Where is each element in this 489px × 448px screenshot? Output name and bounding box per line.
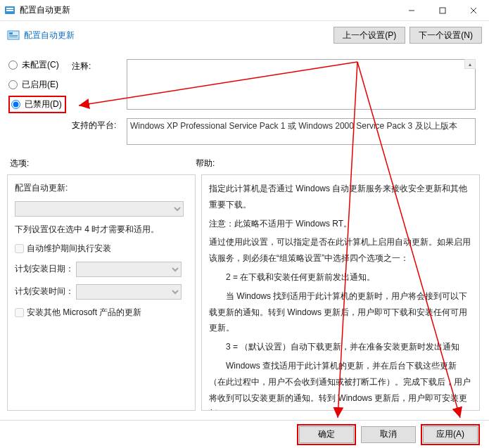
- help-p2: 注意：此策略不适用于 Windows RT。: [209, 216, 472, 232]
- maximize-button[interactable]: [427, 0, 458, 21]
- radio-enabled-input[interactable]: [8, 80, 18, 89]
- sched-time-select[interactable]: [76, 284, 182, 300]
- app-icon: [4, 5, 15, 16]
- prev-setting-button[interactable]: 上一个设置(P): [334, 27, 405, 44]
- svg-rect-8: [9, 32, 13, 34]
- options-panel: 配置自动更新: 下列设置仅在选中 4 时才需要和适用。 自动维护期间执行安装 计…: [7, 174, 196, 411]
- supported-on-text: Windows XP Professional Service Pack 1 或…: [127, 118, 476, 145]
- radio-disabled-highlight: 已禁用(D): [8, 96, 66, 113]
- radio-not-configured[interactable]: 未配置(C): [8, 56, 66, 73]
- section-labels: 选项: 帮助:: [10, 158, 478, 169]
- svg-rect-1: [6, 8, 13, 9]
- ok-button[interactable]: 确定: [299, 426, 354, 443]
- svg-rect-2: [6, 10, 13, 11]
- cb-maintenance[interactable]: 自动维护期间执行安装: [15, 243, 111, 253]
- configure-au-label: 配置自动更新:: [15, 182, 188, 194]
- supported-on-label: 支持的平台:: [72, 120, 121, 132]
- radio-enabled[interactable]: 已启用(E): [8, 76, 66, 93]
- help-p1: 指定此计算机是否通过 Windows 自动更新服务来接收安全更新和其他重要下载。: [209, 181, 472, 213]
- sched-day-select[interactable]: [76, 262, 182, 277]
- radio-disabled-label: 已禁用(D): [25, 98, 62, 110]
- help-p7: Windows 查找适用于此计算机的更新，并在后台下载这些更新（在此过程中，用户…: [209, 358, 472, 411]
- next-setting-button[interactable]: 下一个设置(N): [409, 27, 482, 44]
- page-title: 配置自动更新: [24, 30, 75, 41]
- title-bar: 配置自动更新: [0, 0, 489, 21]
- svg-rect-4: [440, 8, 445, 13]
- help-p5: 当 Windows 找到适用于此计算机的更新时，用户将会接到可以下载更新的通知。…: [209, 288, 472, 336]
- radio-disabled-input[interactable]: [11, 100, 20, 109]
- radio-enabled-label: 已启用(E): [22, 79, 58, 91]
- help-panel: 指定此计算机是否通过 Windows 自动更新服务来接收安全更新和其他重要下载。…: [201, 174, 480, 411]
- header: 配置自动更新 上一个设置(P) 下一个设置(N): [0, 21, 489, 53]
- options-note: 下列设置仅在选中 4 时才需要和适用。: [15, 224, 188, 236]
- help-heading: 帮助:: [196, 158, 215, 169]
- comment-scroll-up[interactable]: ▴: [464, 59, 476, 69]
- cancel-button[interactable]: 取消: [361, 426, 416, 443]
- cb-maintenance-label: 自动维护期间执行安装: [27, 243, 111, 253]
- comment-label: 注释:: [72, 60, 121, 72]
- radio-disabled[interactable]: 已禁用(D): [11, 98, 62, 110]
- configure-au-select[interactable]: [15, 201, 184, 217]
- cb-other-ms-input[interactable]: [15, 308, 24, 317]
- help-p4: 2 = 在下载和安装任何更新前发出通知。: [209, 269, 472, 286]
- close-button[interactable]: [458, 0, 489, 21]
- help-p3: 通过使用此设置，可以指定是否在此计算机上启用自动更新。如果启用该服务，则必须在“…: [209, 234, 472, 267]
- sched-day-label: 计划安装日期：: [15, 264, 74, 274]
- radio-not-configured-input[interactable]: [8, 60, 18, 70]
- help-p6: 3 = （默认设置）自动下载更新，并在准备安装更新时发出通知: [209, 339, 472, 355]
- options-heading: 选项:: [10, 158, 196, 169]
- sched-time-label: 计划安装时间：: [15, 286, 74, 296]
- minimize-button[interactable]: [396, 0, 427, 21]
- footer: 确定 取消 应用(A): [0, 420, 489, 448]
- apply-button[interactable]: 应用(A): [423, 426, 478, 443]
- window-title: 配置自动更新: [20, 4, 396, 16]
- cb-other-ms-label: 安装其他 Microsoft 产品的更新: [27, 307, 141, 317]
- comment-textarea[interactable]: [127, 59, 476, 110]
- svg-rect-10: [9, 37, 18, 37]
- cb-maintenance-input[interactable]: [15, 244, 24, 253]
- svg-rect-9: [9, 35, 18, 36]
- radio-not-configured-label: 未配置(C): [22, 59, 59, 71]
- cb-other-ms[interactable]: 安装其他 Microsoft 产品的更新: [15, 307, 141, 317]
- policy-icon: [7, 29, 20, 41]
- state-radio-group: 未配置(C) 已启用(E) 已禁用(D): [8, 56, 66, 115]
